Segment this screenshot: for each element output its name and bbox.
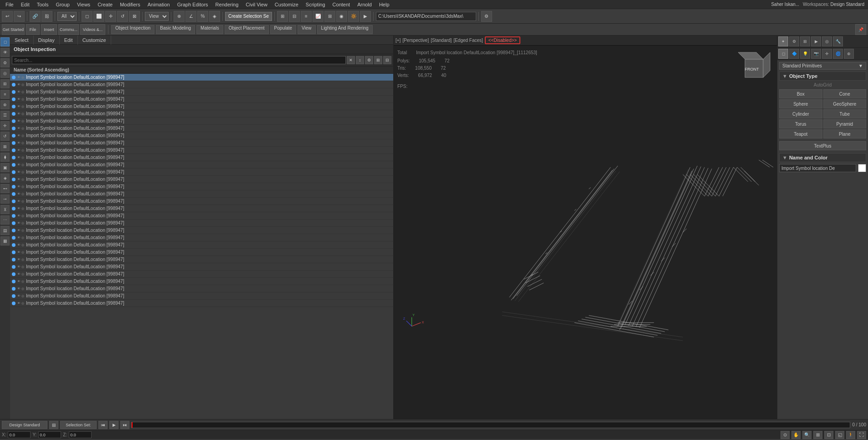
selection-set-btn[interactable]: Selection Set: — [60, 421, 97, 429]
menu-file[interactable]: File — [2, 0, 17, 9]
object-list-item[interactable]: 👁◎Import Symbol location DefaultLocation… — [10, 241, 393, 249]
object-list-item[interactable]: 👁◎Import Symbol location DefaultLocation… — [10, 96, 393, 103]
spinner-snap[interactable]: ◈ — [209, 11, 220, 22]
move-button[interactable]: ✛ — [105, 11, 116, 22]
se-collapse-btn[interactable]: ⊟ — [383, 56, 391, 64]
prev-frame-btn[interactable]: ⏮ — [98, 421, 108, 429]
left-icon-17[interactable]: ⊻ — [0, 205, 10, 214]
schematic-button[interactable]: ⊞ — [324, 11, 335, 22]
object-list[interactable]: 👁◎Import Symbol location DefaultLocation… — [10, 74, 393, 419]
vp-nav-zoomselect[interactable]: ⊡ — [824, 431, 833, 439]
timeline-track[interactable] — [131, 422, 850, 428]
community-btn[interactable]: Commu... — [58, 24, 79, 35]
left-icon-display[interactable]: 👁 — [0, 48, 10, 57]
undo-button[interactable]: ↩ — [2, 11, 13, 22]
left-icon-3[interactable]: ⚙ — [0, 58, 10, 67]
left-icon-select[interactable]: ◻ — [0, 37, 10, 46]
path-input[interactable] — [376, 12, 476, 21]
object-list-item[interactable]: 👁◎Import Symbol location DefaultLocation… — [10, 212, 393, 220]
left-icon-14[interactable]: ◈ — [0, 174, 10, 183]
object-list-item[interactable]: 👁◎Import Symbol location DefaultLocation… — [10, 118, 393, 125]
rp-subtab-system[interactable]: ⊕ — [844, 49, 854, 59]
menu-rendering[interactable]: Rendering — [212, 0, 242, 9]
object-list-item[interactable]: 👁◎Import Symbol location DefaultLocation… — [10, 81, 393, 88]
object-list-item[interactable]: 👁◎Import Symbol location DefaultLocation… — [10, 278, 393, 285]
object-inspection-btn[interactable]: Object Inspection — [111, 25, 154, 34]
object-list-item[interactable]: 👁◎Import Symbol location DefaultLocation… — [10, 227, 393, 234]
vp-plus-tag[interactable]: [+] — [395, 38, 401, 43]
vp-standard-tag[interactable]: [Standard] — [431, 38, 452, 43]
object-list-item[interactable]: 👁◎Import Symbol location DefaultLocation… — [10, 147, 393, 154]
object-list-item[interactable]: 👁◎Import Symbol location DefaultLocation… — [10, 132, 393, 139]
object-name-input[interactable] — [779, 164, 856, 172]
ot-box[interactable]: Box — [779, 89, 822, 98]
workspace-dropdown[interactable]: Design Standard — [2, 421, 47, 429]
menu-edit[interactable]: Edit — [17, 0, 33, 9]
left-icon-12[interactable]: ⧫ — [0, 153, 10, 162]
rp-tab-display[interactable]: ◎ — [822, 36, 832, 46]
name-color-header[interactable]: ▼ Name and Color — [779, 153, 866, 162]
unlink-button[interactable]: ⛓ — [41, 11, 52, 22]
basic-modeling-btn[interactable]: Basic Modeling — [156, 25, 195, 34]
menu-tools[interactable]: Tools — [33, 0, 52, 9]
object-list-item[interactable]: 👁◎Import Symbol location DefaultLocation… — [10, 154, 393, 161]
ot-cylinder[interactable]: Cylinder — [779, 109, 822, 118]
layer-button[interactable]: ≡ — [301, 11, 312, 22]
nav-tab-display[interactable]: Display — [34, 36, 60, 45]
ot-pyramid[interactable]: Pyramid — [823, 119, 867, 128]
left-icon-8[interactable]: ☰ — [0, 111, 10, 120]
material-editor-button[interactable]: ◉ — [336, 11, 347, 22]
lighting-rendering-btn[interactable]: Lighting And Rendering — [317, 25, 373, 34]
rp-subtab-shape[interactable]: 🔷 — [789, 49, 799, 59]
vp-nav-field[interactable]: ◱ — [835, 431, 844, 439]
align-button[interactable]: ⊟ — [289, 11, 300, 22]
object-list-item[interactable]: 👁◎Import Symbol location DefaultLocation… — [10, 110, 393, 118]
create-selection-button[interactable]: Create Selection Se — [225, 12, 272, 21]
left-icon-10[interactable]: ↺ — [0, 132, 10, 141]
view-btn[interactable]: View — [298, 25, 316, 34]
object-list-item[interactable]: 👁◎Import Symbol location DefaultLocation… — [10, 263, 393, 271]
left-icon-15[interactable]: ⊷ — [0, 184, 10, 193]
coord-y[interactable] — [38, 431, 61, 438]
rotate-button[interactable]: ↺ — [117, 11, 128, 22]
object-list-item[interactable]: 👁◎Import Symbol location DefaultLocation… — [10, 88, 393, 96]
link-button[interactable]: 🔗 — [30, 11, 41, 22]
menu-customize[interactable]: Customize — [271, 0, 302, 9]
object-list-item[interactable]: 👁◎Import Symbol location DefaultLocation… — [10, 249, 393, 256]
object-list-item[interactable]: 👁◎Import Symbol location DefaultLocation… — [10, 198, 393, 205]
color-swatch[interactable] — [858, 164, 866, 172]
menu-group[interactable]: Group — [52, 0, 73, 9]
ot-sphere[interactable]: Sphere — [779, 99, 822, 108]
play-btn[interactable]: ▶ — [109, 421, 118, 429]
vp-nav-walk[interactable]: 🚶 — [846, 431, 855, 439]
rp-tab-utilities[interactable]: 🔧 — [833, 36, 843, 46]
materials-btn[interactable]: Materials — [196, 25, 223, 34]
object-list-item[interactable]: 👁◎Import Symbol location DefaultLocation… — [10, 103, 393, 110]
rp-subtab-light[interactable]: 💡 — [800, 49, 810, 59]
get-started-btn[interactable]: Get Started — [2, 24, 25, 35]
viewport-canvas[interactable]: Total Import Symbol location DefaultLoca… — [394, 46, 777, 419]
ot-teapot[interactable]: Teapot — [779, 129, 822, 138]
left-icon-6[interactable]: ≡ — [0, 90, 10, 99]
object-list-item[interactable]: 👁◎Import Symbol location DefaultLocation… — [10, 125, 393, 132]
populate-btn[interactable]: Populate — [270, 25, 296, 34]
nav-tab-select[interactable]: Select — [10, 36, 34, 45]
select-region-button[interactable]: ⬜ — [93, 11, 104, 22]
object-list-item[interactable]: 👁◎Import Symbol location DefaultLocation… — [10, 74, 393, 81]
rp-subtab-geo[interactable]: ◻ — [778, 49, 788, 59]
menu-content[interactable]: Content — [329, 0, 354, 9]
file-btn[interactable]: File — [26, 24, 40, 35]
left-icon-9[interactable]: ✛ — [0, 121, 10, 130]
rp-subtab-spacewarp[interactable]: 🌀 — [833, 49, 843, 59]
vp-nav-pan[interactable]: ✋ — [791, 431, 801, 439]
object-list-item[interactable]: 👁◎Import Symbol location DefaultLocation… — [10, 220, 393, 227]
left-icon-13[interactable]: ▣ — [0, 163, 10, 172]
menu-create[interactable]: Create — [94, 0, 116, 9]
mirror-button[interactable]: ⊞ — [277, 11, 288, 22]
left-icon-11[interactable]: ⊠ — [0, 142, 10, 151]
render-button[interactable]: ▶ — [360, 11, 371, 22]
next-frame-btn[interactable]: ⏭ — [120, 421, 129, 429]
select-button[interactable]: ◻ — [82, 11, 92, 22]
filter-dropdown[interactable]: All — [57, 12, 77, 21]
angle-snap[interactable]: ∠ — [185, 11, 196, 22]
